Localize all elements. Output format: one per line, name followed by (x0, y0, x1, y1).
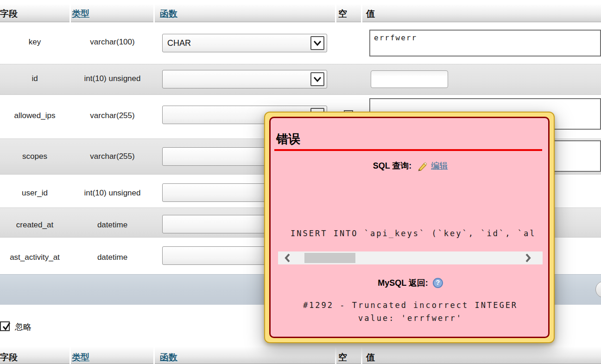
table-header-row-bottom: 字段 类型 函数 空 值 (0, 347, 601, 364)
error-title-rule (274, 149, 542, 151)
help-icon[interactable]: ? (433, 278, 443, 288)
header-null: 空 (338, 347, 347, 364)
scroll-left-icon[interactable] (283, 253, 293, 263)
header-value: 值 (366, 347, 375, 364)
field-name: key (0, 38, 70, 47)
header-separator (153, 347, 155, 364)
field-type: int(10) unsigned (70, 188, 154, 198)
mysql-said-label: MySQL 返回: (378, 277, 428, 289)
function-select-key[interactable]: CHAR (162, 34, 327, 52)
field-type: datetime (70, 253, 154, 262)
header-field: 字段 (0, 5, 18, 22)
scrollbar-thumb[interactable] (304, 253, 355, 263)
error-message-line2: value: 'errfwerr' (265, 314, 556, 323)
check-icon (1, 321, 12, 332)
header-separator (153, 5, 155, 22)
edit-link[interactable]: 编辑 (431, 160, 448, 171)
header-value: 值 (366, 5, 375, 22)
value-input-id[interactable] (371, 70, 448, 88)
header-separator (335, 347, 336, 364)
field-name: user_id (0, 188, 70, 198)
ignore-checkbox[interactable] (0, 321, 10, 331)
pencil-icon[interactable] (415, 160, 427, 172)
header-function-link[interactable]: 函数 (160, 5, 177, 22)
function-selected-value: CHAR (167, 34, 191, 52)
header-separator (70, 347, 71, 364)
field-name: allowed_ips (0, 111, 70, 120)
header-field: 字段 (0, 347, 18, 364)
header-null: 空 (338, 5, 347, 22)
chevron-down-icon[interactable] (310, 72, 324, 86)
field-type: varchar(100) (70, 38, 154, 47)
field-type: datetime (70, 220, 154, 230)
header-function-link[interactable]: 函数 (160, 347, 177, 364)
ignore-label: 忽略 (15, 321, 32, 333)
scroll-right-icon[interactable] (523, 253, 533, 263)
field-name: created_at (0, 220, 70, 230)
field-name: scopes (0, 152, 70, 161)
header-separator (361, 347, 362, 364)
field-type: varchar(255) (70, 111, 154, 120)
error-message-line1: #1292 - Truncated incorrect INTEGER (265, 301, 556, 310)
sql-query-label: SQL 查询: (373, 160, 412, 171)
field-name: ast_activity_at (0, 253, 70, 262)
header-type-link[interactable]: 类型 (72, 5, 89, 22)
header-separator (70, 5, 71, 22)
field-type: varchar(255) (70, 152, 154, 161)
value-textarea-key[interactable]: errfwerr (369, 30, 601, 56)
field-name: id (0, 74, 70, 83)
error-dialog: 错误 SQL 查询: 编辑 INSERT INTO `api_keys` (`k… (264, 112, 555, 343)
insert-page: 字段 类型 函数 空 值 key varchar(100) CHAR errfw… (0, 0, 601, 364)
table-header-row: 字段 类型 函数 空 值 (0, 5, 601, 22)
chevron-down-icon[interactable] (310, 36, 324, 50)
mysql-said-row: MySQL 返回: ? (265, 276, 556, 289)
header-type-link[interactable]: 类型 (72, 347, 89, 364)
sql-horizontal-scrollbar[interactable] (278, 251, 543, 264)
sql-query-row: SQL 查询: 编辑 (265, 159, 556, 172)
error-title: 错误 (276, 131, 300, 147)
field-type: int(10) unsigned (70, 74, 154, 83)
header-separator (335, 5, 336, 22)
sql-statement-text: INSERT INTO `api_keys` (`key`, `id`, `al (291, 229, 536, 238)
header-separator (361, 5, 362, 22)
function-select-id[interactable] (162, 70, 327, 88)
